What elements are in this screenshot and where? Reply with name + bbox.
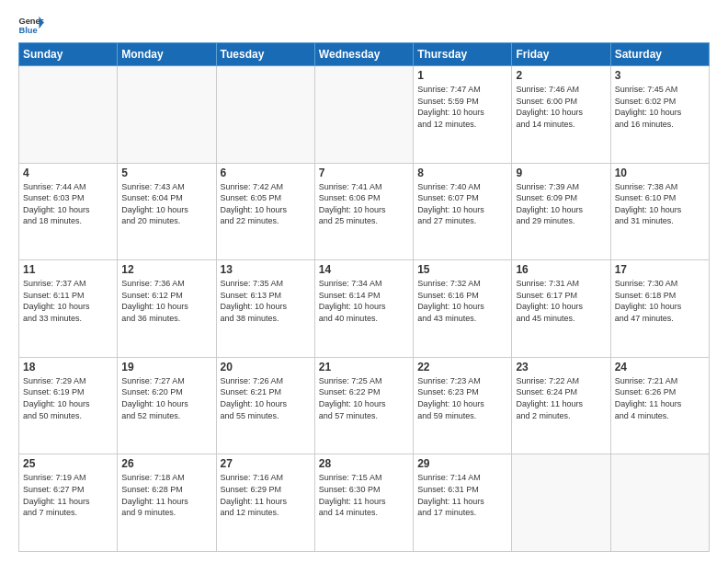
day-info: Sunrise: 7:47 AM Sunset: 5:59 PM Dayligh… — [417, 84, 507, 130]
day-cell: 22Sunrise: 7:23 AM Sunset: 6:23 PM Dayli… — [414, 357, 512, 454]
week-row-1: 4Sunrise: 7:44 AM Sunset: 6:03 PM Daylig… — [19, 163, 710, 260]
day-info: Sunrise: 7:14 AM Sunset: 6:31 PM Dayligh… — [417, 472, 507, 518]
day-info: Sunrise: 7:40 AM Sunset: 6:07 PM Dayligh… — [417, 181, 507, 227]
day-cell: 14Sunrise: 7:34 AM Sunset: 6:14 PM Dayli… — [314, 260, 413, 358]
day-cell: 2Sunrise: 7:46 AM Sunset: 6:00 PM Daylig… — [512, 66, 610, 164]
day-number: 8 — [417, 167, 507, 179]
day-info: Sunrise: 7:35 AM Sunset: 6:13 PM Dayligh… — [221, 278, 311, 324]
day-cell: 25Sunrise: 7:19 AM Sunset: 6:27 PM Dayli… — [19, 454, 118, 552]
day-info: Sunrise: 7:26 AM Sunset: 6:21 PM Dayligh… — [221, 375, 311, 421]
day-number: 29 — [417, 457, 507, 470]
day-cell: 26Sunrise: 7:18 AM Sunset: 6:28 PM Dayli… — [118, 454, 216, 552]
day-cell — [314, 66, 413, 164]
day-info: Sunrise: 7:41 AM Sunset: 6:06 PM Dayligh… — [319, 181, 409, 227]
day-cell: 3Sunrise: 7:45 AM Sunset: 6:02 PM Daylig… — [610, 66, 709, 164]
day-number: 5 — [121, 167, 211, 179]
day-cell: 8Sunrise: 7:40 AM Sunset: 6:07 PM Daylig… — [414, 163, 512, 260]
day-cell: 1Sunrise: 7:47 AM Sunset: 5:59 PM Daylig… — [414, 66, 512, 164]
day-number: 1 — [417, 69, 507, 82]
day-info: Sunrise: 7:29 AM Sunset: 6:19 PM Dayligh… — [23, 375, 113, 421]
weekday-saturday: Saturday — [610, 43, 709, 66]
day-info: Sunrise: 7:38 AM Sunset: 6:10 PM Dayligh… — [615, 181, 705, 227]
day-number: 3 — [615, 69, 705, 82]
day-cell: 20Sunrise: 7:26 AM Sunset: 6:21 PM Dayli… — [216, 357, 314, 454]
day-cell: 12Sunrise: 7:36 AM Sunset: 6:12 PM Dayli… — [118, 260, 216, 358]
day-cell: 18Sunrise: 7:29 AM Sunset: 6:19 PM Dayli… — [19, 357, 118, 454]
week-row-4: 25Sunrise: 7:19 AM Sunset: 6:27 PM Dayli… — [19, 454, 710, 552]
day-cell: 15Sunrise: 7:32 AM Sunset: 6:16 PM Dayli… — [414, 260, 512, 358]
day-number: 25 — [23, 457, 113, 470]
weekday-friday: Friday — [512, 43, 610, 66]
day-cell: 19Sunrise: 7:27 AM Sunset: 6:20 PM Dayli… — [118, 357, 216, 454]
day-info: Sunrise: 7:30 AM Sunset: 6:18 PM Dayligh… — [615, 278, 705, 324]
day-number: 22 — [417, 361, 507, 373]
day-cell: 5Sunrise: 7:43 AM Sunset: 6:04 PM Daylig… — [118, 163, 216, 260]
day-info: Sunrise: 7:32 AM Sunset: 6:16 PM Dayligh… — [417, 278, 507, 324]
day-number: 20 — [221, 361, 311, 373]
day-cell — [610, 454, 709, 552]
day-number: 26 — [121, 457, 211, 470]
week-row-2: 11Sunrise: 7:37 AM Sunset: 6:11 PM Dayli… — [19, 260, 710, 358]
weekday-header-row: SundayMondayTuesdayWednesdayThursdayFrid… — [19, 43, 710, 66]
day-cell: 21Sunrise: 7:25 AM Sunset: 6:22 PM Dayli… — [314, 357, 413, 454]
day-cell: 13Sunrise: 7:35 AM Sunset: 6:13 PM Dayli… — [216, 260, 314, 358]
day-cell — [118, 66, 216, 164]
day-cell: 28Sunrise: 7:15 AM Sunset: 6:30 PM Dayli… — [314, 454, 413, 552]
day-info: Sunrise: 7:27 AM Sunset: 6:20 PM Dayligh… — [121, 375, 211, 421]
day-cell: 29Sunrise: 7:14 AM Sunset: 6:31 PM Dayli… — [414, 454, 512, 552]
day-info: Sunrise: 7:16 AM Sunset: 6:29 PM Dayligh… — [221, 472, 311, 518]
day-number: 13 — [221, 263, 311, 276]
day-cell: 11Sunrise: 7:37 AM Sunset: 6:11 PM Dayli… — [19, 260, 118, 358]
day-number: 19 — [121, 361, 211, 373]
day-cell: 7Sunrise: 7:41 AM Sunset: 6:06 PM Daylig… — [314, 163, 413, 260]
logo: General Blue — [18, 15, 44, 35]
day-cell — [19, 66, 118, 164]
day-cell: 17Sunrise: 7:30 AM Sunset: 6:18 PM Dayli… — [610, 260, 709, 358]
day-cell — [512, 454, 610, 552]
page: General Blue SundayMondayTuesdayWednesda… — [0, 0, 728, 563]
day-number: 28 — [319, 457, 409, 470]
day-number: 6 — [221, 167, 311, 179]
day-info: Sunrise: 7:19 AM Sunset: 6:27 PM Dayligh… — [23, 472, 113, 518]
day-info: Sunrise: 7:31 AM Sunset: 6:17 PM Dayligh… — [516, 278, 606, 324]
day-number: 12 — [121, 263, 211, 276]
day-info: Sunrise: 7:39 AM Sunset: 6:09 PM Dayligh… — [516, 181, 606, 227]
day-info: Sunrise: 7:25 AM Sunset: 6:22 PM Dayligh… — [319, 375, 409, 421]
weekday-tuesday: Tuesday — [216, 43, 314, 66]
day-info: Sunrise: 7:45 AM Sunset: 6:02 PM Dayligh… — [615, 84, 705, 130]
day-number: 2 — [516, 69, 606, 82]
weekday-monday: Monday — [118, 43, 216, 66]
day-info: Sunrise: 7:46 AM Sunset: 6:00 PM Dayligh… — [516, 84, 606, 130]
week-row-3: 18Sunrise: 7:29 AM Sunset: 6:19 PM Dayli… — [19, 357, 710, 454]
day-number: 21 — [319, 361, 409, 373]
day-info: Sunrise: 7:42 AM Sunset: 6:05 PM Dayligh… — [221, 181, 311, 227]
day-info: Sunrise: 7:34 AM Sunset: 6:14 PM Dayligh… — [319, 278, 409, 324]
day-cell: 6Sunrise: 7:42 AM Sunset: 6:05 PM Daylig… — [216, 163, 314, 260]
day-cell: 16Sunrise: 7:31 AM Sunset: 6:17 PM Dayli… — [512, 260, 610, 358]
day-cell: 9Sunrise: 7:39 AM Sunset: 6:09 PM Daylig… — [512, 163, 610, 260]
day-number: 23 — [516, 361, 606, 373]
day-number: 15 — [417, 263, 507, 276]
day-number: 11 — [23, 263, 113, 276]
day-cell: 4Sunrise: 7:44 AM Sunset: 6:03 PM Daylig… — [19, 163, 118, 260]
day-number: 16 — [516, 263, 606, 276]
day-info: Sunrise: 7:15 AM Sunset: 6:30 PM Dayligh… — [319, 472, 409, 518]
day-number: 4 — [23, 167, 113, 179]
day-info: Sunrise: 7:22 AM Sunset: 6:24 PM Dayligh… — [516, 375, 606, 421]
week-row-0: 1Sunrise: 7:47 AM Sunset: 5:59 PM Daylig… — [19, 66, 710, 164]
day-number: 10 — [615, 167, 705, 179]
day-info: Sunrise: 7:36 AM Sunset: 6:12 PM Dayligh… — [121, 278, 211, 324]
day-number: 9 — [516, 167, 606, 179]
day-info: Sunrise: 7:44 AM Sunset: 6:03 PM Dayligh… — [23, 181, 113, 227]
weekday-thursday: Thursday — [414, 43, 512, 66]
day-info: Sunrise: 7:18 AM Sunset: 6:28 PM Dayligh… — [121, 472, 211, 518]
day-cell: 24Sunrise: 7:21 AM Sunset: 6:26 PM Dayli… — [610, 357, 709, 454]
day-number: 17 — [615, 263, 705, 276]
day-info: Sunrise: 7:43 AM Sunset: 6:04 PM Dayligh… — [121, 181, 211, 227]
day-number: 24 — [615, 361, 705, 373]
day-number: 27 — [221, 457, 311, 470]
svg-text:Blue: Blue — [18, 26, 37, 35]
logo-icon: General Blue — [18, 15, 44, 35]
day-number: 18 — [23, 361, 113, 373]
weekday-sunday: Sunday — [19, 43, 118, 66]
